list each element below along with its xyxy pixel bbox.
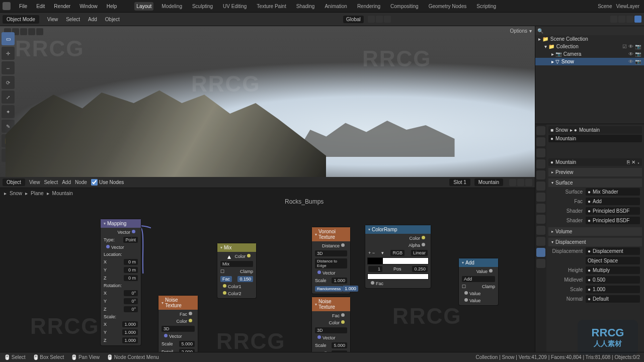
frame-label: Rocks_Bumps	[285, 198, 324, 205]
texture-tab-icon[interactable]	[536, 259, 545, 268]
shader-node-editor[interactable]: Object View Select Add Node Use Nodes Sl…	[0, 177, 535, 362]
panel-displacement[interactable]: ▾Displacement	[548, 238, 642, 246]
mode-selector[interactable]: Object Mode	[3, 15, 39, 24]
cursor-tool-icon[interactable]: ✛	[2, 47, 15, 60]
render-tab-icon[interactable]	[536, 126, 545, 135]
material-slot-selector[interactable]: Slot 1	[449, 178, 470, 186]
add-menu[interactable]: Add	[88, 17, 97, 22]
workspace-tab[interactable]: Scripting	[474, 2, 498, 11]
workspace-tab[interactable]: Compositing	[388, 2, 421, 11]
node-node-menu[interactable]: Node	[75, 179, 87, 185]
object-tab-icon[interactable]	[536, 182, 545, 191]
outliner-panel[interactable]: 🔍 ▸ 📁 Scene Collection ▾ 📁 Collection☑ 👁…	[535, 26, 644, 124]
workspace-tab-layout[interactable]: Layout	[134, 2, 153, 11]
data-tab-icon[interactable]	[536, 237, 545, 246]
panel-preview[interactable]: ▸Preview	[548, 168, 642, 176]
menu-window[interactable]: Window	[79, 4, 98, 9]
node-math-add[interactable]: ▾Add Value Add ☐Clamp Value Value	[459, 258, 498, 305]
scene-tab-icon[interactable]	[536, 159, 545, 168]
node-mode[interactable]: Object	[3, 178, 25, 186]
world-tab-icon[interactable]	[536, 170, 545, 179]
viewport-3d[interactable]: Options ▾ ▭ ✛ ↔ ⟳ ⤢ ✦ ✎ 📐 ▦ RRCG RRCG RR…	[0, 26, 535, 177]
object-menu[interactable]: Object	[105, 17, 120, 22]
material-name-field[interactable]: Mountain	[474, 178, 503, 186]
outliner-item[interactable]: ▾ 📁 Collection☑ 👁 📷	[535, 43, 644, 50]
node-view-menu[interactable]: View	[29, 179, 40, 185]
view-menu[interactable]: View	[47, 17, 58, 22]
outliner-item-selected[interactable]: ▸ ▽ Snow👁 📷	[535, 58, 644, 65]
shading-mode-buttons[interactable]	[610, 16, 641, 23]
menu-help[interactable]: Help	[107, 4, 117, 9]
watermark-text: RRCG	[30, 314, 100, 339]
property-tabs[interactable]	[535, 124, 546, 362]
node-add-menu[interactable]: Add	[62, 179, 71, 185]
node-canvas[interactable]: Rocks_Bumps ▾Mapping	[0, 198, 535, 362]
crumb-item[interactable]: Mountain	[52, 191, 73, 196]
menu-edit[interactable]: Edit	[36, 4, 45, 9]
scene-selector[interactable]: Scene	[598, 4, 612, 9]
blender-logo-icon	[3, 2, 11, 10]
crumb-item[interactable]: Plane	[31, 191, 44, 196]
status-stats: Collection | Snow | Verts:41,209 | Faces…	[476, 354, 640, 360]
mouse-cursor-icon: ▴	[227, 252, 231, 260]
outliner-item[interactable]: ▸ 📁 Scene Collection	[535, 35, 644, 43]
viewport-header: Object Mode View Select Add Object Globa…	[0, 13, 644, 26]
watermark-badge: RRCG人人素材	[578, 320, 638, 355]
viewlayer-tab-icon[interactable]	[536, 148, 545, 157]
property-breadcrumb: ■ Snow ▸ ● Mountain	[548, 126, 642, 134]
outliner-header: 🔍	[535, 26, 644, 35]
panel-surface[interactable]: ▾Surface	[548, 178, 642, 187]
menu-render[interactable]: Render	[54, 4, 70, 9]
use-nodes-checkbox[interactable]: Use Nodes	[91, 179, 124, 186]
particle-tab-icon[interactable]	[536, 204, 545, 213]
select-menu[interactable]: Select	[66, 17, 80, 22]
workspace-tab[interactable]: Geometry Nodes	[427, 2, 469, 11]
node-mapping[interactable]: ▾Mapping Vector Type:Point Vector Locati…	[101, 219, 141, 345]
workspace-tab[interactable]: Sculpting	[190, 2, 215, 11]
physics-tab-icon[interactable]	[536, 215, 545, 224]
watermark-text: RRCG	[216, 329, 286, 354]
workspace-tab[interactable]: Shading	[294, 2, 317, 11]
select-tool-icon[interactable]: ▭	[2, 32, 15, 45]
material-slot[interactable]: ● Mountain	[548, 135, 642, 142]
outliner-item[interactable]: ▸ 📷 Camera👁 📷	[535, 50, 644, 58]
crumb-item[interactable]: Snow	[10, 191, 22, 196]
viewport-options[interactable]: Options ▾	[510, 28, 532, 34]
color-ramp-swatch[interactable]	[367, 274, 429, 280]
workspace-tab[interactable]: Texture Paint	[255, 2, 288, 11]
modifier-tab-icon[interactable]	[536, 193, 545, 202]
material-tab-icon[interactable]	[536, 248, 545, 257]
menu-file[interactable]: File	[19, 4, 27, 9]
material-name-field[interactable]: ● Mountain⎘ ✕ ▾	[548, 158, 642, 166]
top-menu-bar: File Edit Render Window Help Layout Mode…	[0, 0, 644, 13]
node-colorramp[interactable]: ▾ColorRamp Color Alpha + −▾RGBLinear 1Po…	[365, 225, 431, 288]
panel-volume[interactable]: ▸Volume	[548, 227, 642, 236]
node-editor-header: Object View Select Add Node Use Nodes Sl…	[0, 177, 535, 188]
watermark-text: RRCG	[15, 36, 85, 61]
viewlayer-selector[interactable]: ViewLayer	[616, 4, 639, 9]
node-select-menu[interactable]: Select	[44, 179, 58, 185]
orientation-selector[interactable]: Global	[343, 16, 364, 23]
workspace-tab[interactable]: Rendering	[355, 2, 382, 11]
output-tab-icon[interactable]	[536, 137, 545, 146]
watermark-text: RRCG	[392, 304, 462, 329]
workspace-tab[interactable]: UV Editing	[221, 2, 249, 11]
color-ramp-gradient[interactable]	[367, 257, 429, 264]
node-voronoi-texture[interactable]: ▾Voronoi Texture Distance 3D Distance to…	[312, 227, 350, 294]
workspace-tab[interactable]: Animation	[323, 2, 349, 11]
node-mix[interactable]: ▾Mix Color Mix ☐Clamp Fac0.150 Color1 Co…	[217, 243, 256, 298]
constraint-tab-icon[interactable]	[536, 226, 545, 235]
node-pin-icons[interactable]	[509, 179, 532, 186]
transform-pivot-icons[interactable]	[368, 16, 391, 23]
status-bar: 🖱️ Select 🖱️ Box Select 🖱️ Pan View 🖱️ N…	[0, 352, 644, 362]
node-breadcrumb: ▸ Snow ▸ Plane ▸ Mountain	[0, 188, 535, 198]
workspace-tab[interactable]: Modeling	[159, 2, 184, 11]
